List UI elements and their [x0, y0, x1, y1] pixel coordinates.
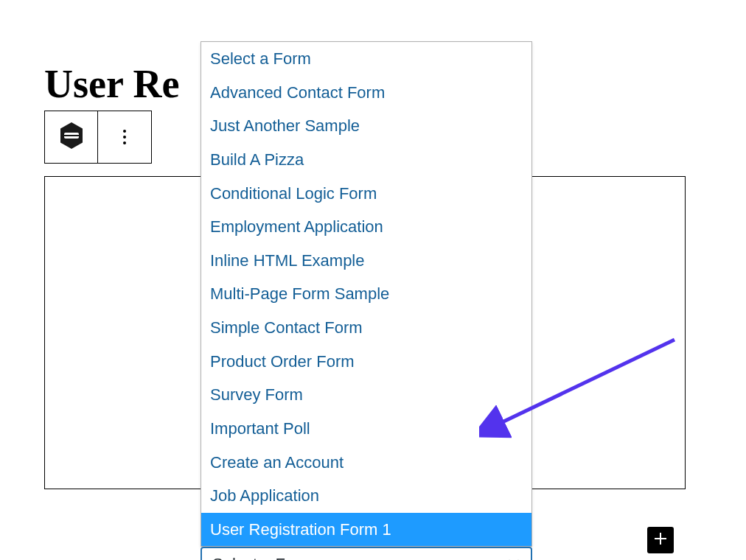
dropdown-item[interactable]: Just Another Sample — [201, 109, 531, 143]
chevron-down-icon — [507, 555, 520, 560]
form-select-dropdown: Select a Form Advanced Contact Form Just… — [201, 41, 532, 560]
dropdown-item[interactable]: Important Poll — [201, 412, 531, 446]
dropdown-item[interactable]: Survey Form — [201, 378, 531, 412]
plus-icon — [652, 530, 669, 550]
dropdown-item[interactable]: Build A Pizza — [201, 143, 531, 177]
dropdown-item[interactable]: Multi-Page Form Sample — [201, 277, 531, 311]
select-trigger-label: Select a Form — [212, 555, 313, 560]
dropdown-item[interactable]: Employment Application — [201, 210, 531, 244]
block-hex-icon — [59, 122, 84, 153]
dropdown-item[interactable]: Inline HTML Example — [201, 244, 531, 278]
dropdown-list: Select a Form Advanced Contact Form Just… — [201, 41, 532, 547]
dropdown-item[interactable]: Product Order Form — [201, 345, 531, 379]
svg-rect-0 — [64, 135, 79, 136]
block-type-button[interactable] — [45, 111, 98, 163]
page-title: User Re — [44, 61, 179, 107]
dropdown-item[interactable]: Create an Account — [201, 446, 531, 480]
form-select-trigger[interactable]: Select a Form — [201, 547, 532, 560]
block-options-button[interactable] — [98, 111, 151, 163]
dropdown-item[interactable]: Simple Contact Form — [201, 311, 531, 345]
more-vertical-icon — [123, 130, 126, 144]
block-toolbar — [44, 111, 152, 164]
dropdown-item[interactable]: Select a Form — [201, 42, 531, 76]
dropdown-item[interactable]: Advanced Contact Form — [201, 76, 531, 110]
add-block-button[interactable] — [647, 527, 674, 553]
dropdown-item-highlighted[interactable]: User Registration Form 1 — [201, 513, 531, 547]
dropdown-item[interactable]: Job Application — [201, 479, 531, 513]
dropdown-item[interactable]: Conditional Logic Form — [201, 177, 531, 211]
